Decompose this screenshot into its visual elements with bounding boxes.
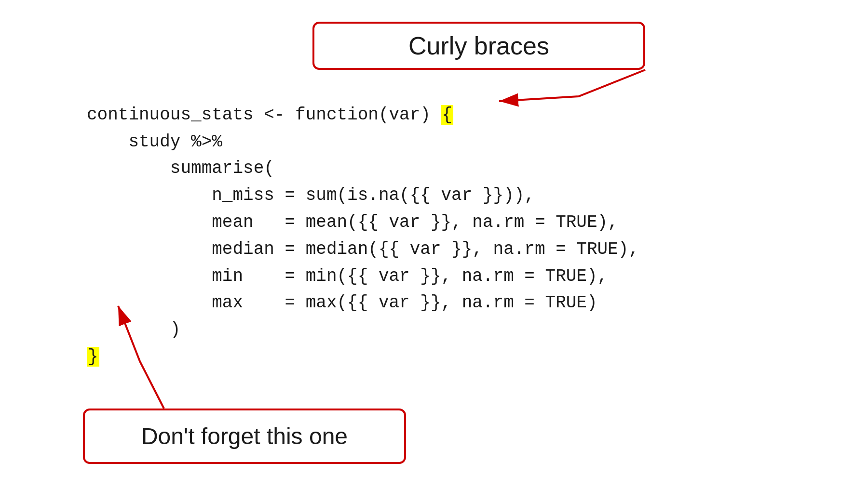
code-line-5: mean = mean({{ var }}, na.rm = TRUE), (87, 212, 618, 232)
dont-forget-callout: Don't forget this one (83, 409, 406, 464)
code-line-7: min = min({{ var }}, na.rm = TRUE), (87, 266, 608, 286)
code-line-1: continuous_stats <- function(var) { (87, 105, 453, 125)
code-line-4: n_miss = sum(is.na({{ var }})), (87, 185, 535, 205)
code-line-3: summarise( (87, 158, 274, 178)
curly-braces-callout: Curly braces (312, 22, 645, 70)
open-brace-highlight: { (441, 105, 454, 125)
curly-braces-label: Curly braces (408, 31, 549, 60)
code-block: continuous_stats <- function(var) { stud… (87, 75, 639, 370)
code-line-2: study %>% (87, 132, 222, 152)
code-line-10: } (87, 347, 99, 367)
code-line-6: median = median({{ var }}, na.rm = TRUE)… (87, 239, 639, 259)
code-line-9: ) (87, 320, 180, 340)
close-brace-highlight: } (87, 347, 99, 367)
code-line-8: max = max({{ var }}, na.rm = TRUE) (87, 293, 597, 313)
dont-forget-label: Don't forget this one (141, 423, 348, 449)
